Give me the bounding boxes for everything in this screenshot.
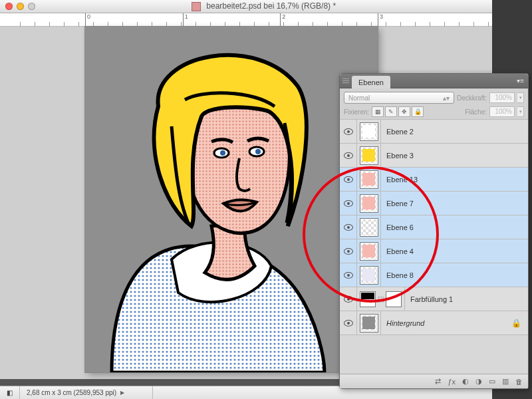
layer-row[interactable]: Ebene 3 — [340, 144, 528, 168]
opacity-label: Deckkraft: — [457, 94, 487, 102]
eye-icon — [344, 176, 353, 183]
group-icon[interactable]: ▭ — [489, 377, 495, 386]
status-zoom-icon[interactable]: ◧ — [0, 386, 20, 399]
layer-row[interactable]: Ebene 2 — [340, 120, 528, 144]
panel-header[interactable]: Ebenen ▾≡ — [340, 74, 528, 88]
lock-icon: 🔒 — [511, 319, 521, 328]
link-icon: ⬚ — [378, 295, 384, 303]
panel-menu-icon[interactable]: ▾≡ — [517, 77, 524, 84]
titlebar: bearbeitet2.psd bei 16,7% (RGB/8) * — [0, 0, 492, 13]
document-title: bearbeitet2.psd bei 16,7% (RGB/8) * — [35, 1, 492, 11]
visibility-toggle[interactable] — [340, 239, 357, 263]
visibility-toggle[interactable] — [340, 120, 357, 143]
adjust-icon[interactable]: ◑ — [475, 377, 482, 386]
visibility-toggle[interactable] — [340, 192, 357, 215]
eye-icon — [344, 248, 353, 255]
layer-row[interactable]: Ebene 4 — [340, 239, 528, 263]
visibility-toggle[interactable] — [340, 263, 357, 287]
layers-list[interactable]: Ebene 2Ebene 3Ebene 13Ebene 7Ebene 6Eben… — [340, 120, 528, 374]
status-dims: 2,68 cm x 3 cm (2589,953 ppi)▶ — [20, 386, 153, 399]
visibility-toggle[interactable] — [340, 215, 357, 239]
layer-name[interactable]: Ebene 7 — [381, 200, 528, 207]
artwork — [85, 27, 378, 372]
layer-row[interactable]: Ebene 8 — [340, 263, 528, 287]
lock-position-icon[interactable]: ✥ — [398, 106, 410, 117]
ruler-horizontal[interactable]: 0123 — [0, 13, 492, 27]
svg-point-7 — [220, 150, 225, 156]
layer-name[interactable]: Hintergrund — [381, 319, 511, 327]
lock-transparency-icon[interactable]: ▦ — [372, 106, 384, 117]
visibility-toggle[interactable] — [340, 311, 357, 334]
fill-input[interactable]: 100% — [489, 106, 515, 117]
layer-name[interactable]: Ebene 6 — [381, 223, 528, 231]
layer-thumb[interactable] — [357, 120, 381, 143]
layer-thumb[interactable] — [357, 168, 381, 191]
layer-thumb[interactable]: ⬚ — [357, 287, 405, 311]
layer-row[interactable]: ⬚Farbfüllung 1 — [340, 287, 528, 311]
layer-thumb[interactable] — [357, 239, 381, 263]
window-controls[interactable] — [5, 3, 35, 10]
layer-thumb[interactable] — [357, 311, 381, 334]
layer-name[interactable]: Farbfüllung 1 — [405, 295, 528, 303]
lock-pixels-icon[interactable]: ✎ — [385, 106, 397, 117]
tab-layers[interactable]: Ebenen — [352, 76, 390, 88]
layer-row[interactable]: Ebene 7 — [340, 192, 528, 215]
visibility-toggle[interactable] — [340, 287, 357, 311]
panel-footer: ⇄ƒx◐◑▭▥🗑 — [340, 374, 528, 388]
chevron-updown-icon: ▴▾ — [443, 94, 450, 102]
eye-icon — [344, 128, 353, 135]
trash-icon[interactable]: 🗑 — [515, 378, 523, 386]
link-icon[interactable]: ⇄ — [435, 377, 441, 386]
eye-icon — [344, 152, 353, 159]
layer-thumb[interactable] — [357, 192, 381, 215]
opacity-input[interactable]: 100% — [489, 92, 515, 103]
panel-grip-icon[interactable] — [342, 78, 349, 83]
visibility-toggle[interactable] — [340, 168, 357, 191]
layer-thumb[interactable] — [357, 215, 381, 239]
panel-controls: Normal▴▾ Deckkraft: 100% ▾ Fixieren: ▦ ✎… — [340, 88, 528, 120]
visibility-toggle[interactable] — [340, 144, 357, 167]
layer-name[interactable]: Ebene 4 — [381, 247, 528, 255]
layer-row[interactable]: Hintergrund🔒 — [340, 311, 528, 335]
close-window-icon[interactable] — [5, 3, 13, 10]
fill-label: Fläche: — [465, 108, 487, 116]
lock-buttons: ▦ ✎ ✥ 🔒 — [372, 106, 424, 117]
blend-mode-select[interactable]: Normal▴▾ — [344, 92, 454, 104]
eye-icon — [344, 224, 353, 231]
fill-stepper[interactable]: ▾ — [517, 106, 524, 117]
layer-name[interactable]: Ebene 2 — [381, 128, 528, 136]
layer-name[interactable]: Ebene 3 — [381, 152, 528, 160]
document-file-icon — [192, 2, 201, 11]
eye-icon — [344, 320, 353, 327]
layer-name[interactable]: Ebene 13 — [381, 176, 528, 184]
fx-icon[interactable]: ƒx — [448, 378, 456, 386]
eye-icon — [344, 296, 353, 303]
minimize-window-icon[interactable] — [17, 3, 24, 10]
layer-thumb[interactable] — [357, 263, 381, 287]
mask-icon[interactable]: ◐ — [462, 377, 469, 386]
chevron-right-icon[interactable]: ▶ — [120, 390, 124, 396]
eye-icon — [344, 272, 353, 279]
opacity-stepper[interactable]: ▾ — [517, 92, 524, 103]
layer-row[interactable]: Ebene 13 — [340, 168, 528, 192]
new-layer-icon[interactable]: ▥ — [502, 377, 509, 386]
layer-row[interactable]: Ebene 6 — [340, 215, 528, 239]
eye-icon — [344, 200, 353, 207]
layer-thumb[interactable] — [357, 144, 381, 167]
layers-panel[interactable]: Ebenen ▾≡ Normal▴▾ Deckkraft: 100% ▾ Fix… — [339, 73, 529, 389]
canvas[interactable] — [85, 27, 378, 372]
zoom-window-icon[interactable] — [28, 3, 35, 10]
lock-label: Fixieren: — [344, 108, 369, 116]
svg-point-8 — [255, 149, 261, 154]
lock-all-icon[interactable]: 🔒 — [412, 106, 424, 117]
layer-name[interactable]: Ebene 8 — [381, 271, 528, 279]
